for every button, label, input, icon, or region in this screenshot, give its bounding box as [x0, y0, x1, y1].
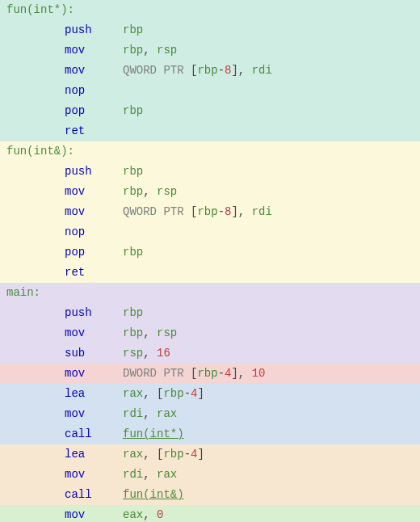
function-label: main: [0, 283, 420, 303]
asm-row: movQWORD PTR [rbp-8], rdi [0, 202, 420, 222]
operands: rbp, rsp [123, 42, 177, 59]
mnemonic: pop [6, 103, 123, 120]
mnemonic: mov [6, 204, 123, 221]
asm-row: nop [0, 222, 420, 242]
function-label: fun(int&): [0, 141, 420, 162]
asm-row: pushrbp [0, 20, 420, 40]
asm-row: movrdi, rax [0, 465, 420, 485]
mnemonic: sub [6, 345, 123, 362]
operands: rbp, rsp [123, 325, 177, 342]
operands: rbp, rsp [123, 183, 177, 200]
mnemonic: nop [6, 82, 123, 99]
operands: rax, [rbp-4] [123, 385, 204, 402]
operands: rbp [123, 244, 143, 261]
asm-row: callfun(int&) [0, 485, 420, 505]
asm-row: learax, [rbp-4] [0, 384, 420, 404]
operands: rbp [123, 103, 143, 120]
mnemonic: mov [6, 466, 123, 483]
mnemonic: mov [6, 325, 123, 342]
mnemonic: mov [6, 507, 123, 522]
operands: fun(int&) [123, 486, 184, 503]
operands: fun(int*) [123, 426, 184, 443]
asm-row: learax, [rbp-4] [0, 444, 420, 465]
mnemonic: call [6, 426, 123, 443]
operands: rbp [123, 22, 143, 39]
asm-row: moveax, 0 [0, 505, 420, 522]
mnemonic: mov [6, 62, 123, 79]
asm-row: ret [0, 263, 420, 283]
operands: rbp [123, 305, 143, 322]
operands: eax, 0 [123, 507, 163, 522]
asm-row: subrsp, 16 [0, 343, 420, 364]
mnemonic: push [6, 163, 123, 180]
mnemonic: nop [6, 224, 123, 241]
asm-row: movQWORD PTR [rbp-8], rdi [0, 61, 420, 81]
operands: DWORD PTR [rbp-4], 10 [123, 365, 265, 382]
operands: rdi, rax [123, 406, 177, 423]
operands: QWORD PTR [rbp-8], rdi [123, 204, 272, 221]
asm-row: pushrbp [0, 303, 420, 323]
asm-row: callfun(int*) [0, 424, 420, 444]
operands: rdi, rax [123, 466, 177, 483]
mnemonic: mov [6, 406, 123, 423]
mnemonic: push [6, 305, 123, 322]
asm-row: movDWORD PTR [rbp-4], 10 [0, 364, 420, 384]
operands: rax, [rbp-4] [123, 446, 204, 463]
operands: QWORD PTR [rbp-8], rdi [123, 62, 272, 79]
mnemonic: lea [6, 446, 123, 463]
asm-row: movrbp, rsp [0, 182, 420, 202]
operands: rsp, 16 [123, 345, 170, 362]
mnemonic: ret [6, 264, 123, 281]
mnemonic: mov [6, 183, 123, 200]
mnemonic: ret [6, 123, 123, 140]
asm-row: poprbp [0, 242, 420, 263]
operands: rbp [123, 163, 143, 180]
function-label: fun(int*): [0, 0, 420, 20]
mnemonic: push [6, 22, 123, 39]
assembly-listing: fun(int*):pushrbpmovrbp, rspmovQWORD PTR… [0, 0, 420, 522]
asm-row: movrdi, rax [0, 404, 420, 424]
mnemonic: pop [6, 244, 123, 261]
mnemonic: lea [6, 385, 123, 402]
asm-row: ret [0, 121, 420, 141]
asm-row: poprbp [0, 101, 420, 121]
asm-row: movrbp, rsp [0, 40, 420, 61]
asm-row: pushrbp [0, 162, 420, 182]
mnemonic: mov [6, 365, 123, 382]
asm-row: movrbp, rsp [0, 323, 420, 343]
mnemonic: call [6, 486, 123, 503]
mnemonic: mov [6, 42, 123, 59]
asm-row: nop [0, 81, 420, 101]
